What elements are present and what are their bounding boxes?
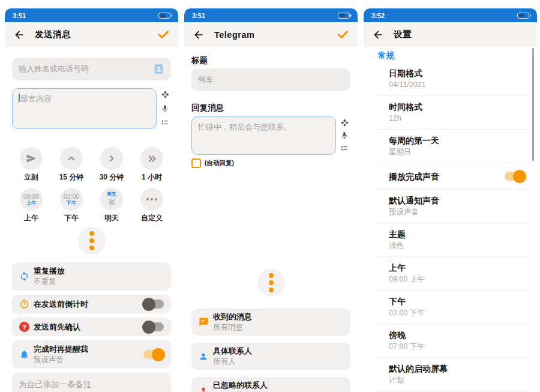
more-options-button[interactable] (78, 227, 106, 255)
setting-morning-time[interactable]: 上午 09:00 上午 (374, 257, 530, 291)
setting-theme[interactable]: 主题 浅色 (374, 223, 530, 257)
preset-afternoon-button[interactable]: 02:00 下午 下午 (55, 188, 88, 223)
quick-time-1hour-button[interactable]: 1 小时 (135, 147, 169, 182)
move-icon[interactable] (161, 91, 169, 98)
app-header: 发送消息 (5, 22, 178, 47)
status-time: 3:51 (192, 12, 205, 19)
reply-placeholder: 忙碌中，稍后会与您联系。 (198, 122, 292, 133)
filter-incoming-row[interactable]: 收到的消息 所有消息 (191, 309, 350, 336)
status-bar: 3:51 (5, 8, 178, 22)
page-title: 设置 (394, 29, 412, 40)
setting-date-format[interactable]: 日期格式 04/11/2021 (374, 62, 530, 96)
confirm-check-icon[interactable] (157, 28, 170, 41)
setting-first-day-of-week[interactable]: 每周的第一天 星期日 (374, 130, 530, 163)
status-bar: 3:52 (364, 8, 537, 22)
app-header: Telegram (184, 22, 358, 47)
preset-custom-button[interactable]: 自定义 (135, 188, 169, 223)
note-input[interactable]: 为自己添加一条备注 (12, 373, 171, 392)
bell-icon (19, 349, 34, 360)
reply-textarea[interactable]: 忙碌中，稍后会与您联系。 (191, 116, 336, 155)
back-icon[interactable] (13, 29, 25, 41)
screen-telegram-autoreply: 3:51 Telegram 标题 驾车 回复消息 忙碌中，稍后会与您联系。 (184, 8, 358, 392)
chevron-up-icon (66, 153, 77, 164)
person-red-icon (199, 386, 213, 392)
option-countdown-row[interactable]: 在发送前倒计时 (12, 295, 171, 313)
more-options-button[interactable] (257, 269, 285, 297)
scrollbar[interactable] (532, 48, 534, 161)
repeat-icon (19, 271, 34, 282)
setting-evening-time[interactable]: 傍晚 07:00 下午 (374, 324, 530, 358)
filter-ignored-row[interactable]: 已忽略的联系人 没有联系人 (191, 377, 350, 392)
setting-notification-sound[interactable]: 默认通知声音 预设声音 (374, 190, 530, 223)
template-list-icon[interactable] (161, 118, 169, 127)
reply-label: 回复消息 (191, 103, 350, 113)
battery-icon (517, 13, 529, 19)
ellipsis-icon (146, 198, 157, 201)
vertical-dots-icon (89, 231, 94, 250)
completion-sound-toggle[interactable] (505, 172, 525, 181)
back-icon[interactable] (372, 29, 384, 41)
battery-icon (158, 13, 170, 19)
confirm-toggle[interactable] (143, 322, 164, 331)
sun-icon (107, 198, 116, 207)
section-header-general: 常规 (374, 50, 530, 61)
vertical-dots-icon (269, 273, 274, 292)
option-notify-row[interactable]: 完成时再提醒我 预设声音 (12, 340, 171, 369)
microphone-icon[interactable] (161, 104, 169, 113)
setting-afternoon-time[interactable]: 下午 02:00 下午 (374, 291, 530, 324)
timer-icon (19, 299, 34, 309)
page-title: Telegram (214, 30, 254, 40)
chevron-right-icon (106, 153, 117, 164)
double-chevron-right-icon (146, 153, 158, 164)
setting-completion-sound[interactable]: 播放完成声音 (374, 163, 530, 190)
preset-morning-button[interactable]: 09:00 上午 上午 (14, 188, 48, 223)
back-icon[interactable] (193, 29, 205, 41)
auto-reply-checkbox[interactable] (191, 158, 201, 168)
move-icon[interactable] (341, 119, 349, 127)
note-placeholder: 为自己添加一条备注 (19, 379, 92, 390)
microphone-icon[interactable] (340, 131, 349, 140)
recipient-input[interactable]: 输入姓名或电话号码 (12, 58, 171, 80)
option-repeat-row[interactable]: 重复播放 不重复 (12, 262, 171, 291)
screen-send-message: 3:51 发送消息 输入姓名或电话号码 (5, 8, 178, 392)
page-title: 发送消息 (35, 29, 71, 40)
question-icon (19, 322, 29, 332)
status-time: 3:52 (371, 12, 385, 19)
screen-settings: 3:52 设置 常规 日期格式 04/11/2021 时间格式 12h 每周的第… (364, 8, 537, 392)
status-bar: 3:51 (184, 8, 358, 22)
quick-time-15min-button[interactable]: 15 分钟 (55, 147, 88, 182)
setting-default-launch-screen[interactable]: 默认的启动屏幕 计划 (374, 358, 530, 391)
template-list-icon[interactable] (340, 144, 349, 152)
auto-reply-label: (自动回复) (205, 159, 234, 167)
countdown-toggle[interactable] (143, 300, 164, 309)
notify-toggle[interactable] (143, 350, 164, 359)
filter-contacts-row[interactable]: 具体联系人 所有人 (191, 343, 350, 370)
person-blue-icon (199, 352, 213, 361)
status-time: 3:51 (13, 12, 26, 19)
recipient-placeholder: 输入姓名或电话号码 (19, 64, 89, 74)
message-placeholder: 留言内容 (20, 94, 52, 104)
quick-time-30min-button[interactable]: 30 分钟 (95, 147, 128, 182)
preset-tomorrow-button[interactable]: 周五 明天 (95, 188, 128, 223)
message-textarea[interactable]: 留言内容 (12, 88, 157, 129)
quick-time-now-button[interactable]: 立刻 (14, 147, 48, 182)
text-cursor (19, 94, 20, 102)
address-book-icon[interactable] (152, 63, 164, 75)
app-header: 设置 (364, 22, 537, 47)
title-label: 标题 (191, 55, 350, 66)
chat-icon (199, 317, 213, 327)
confirm-check-icon[interactable] (337, 28, 349, 41)
battery-icon (338, 13, 350, 19)
send-icon (26, 153, 37, 164)
setting-time-format[interactable]: 时间格式 12h (374, 96, 530, 130)
title-input[interactable]: 驾车 (191, 68, 350, 91)
option-confirm-row[interactable]: 发送前先确认 (12, 318, 171, 336)
title-placeholder: 驾车 (198, 74, 214, 85)
